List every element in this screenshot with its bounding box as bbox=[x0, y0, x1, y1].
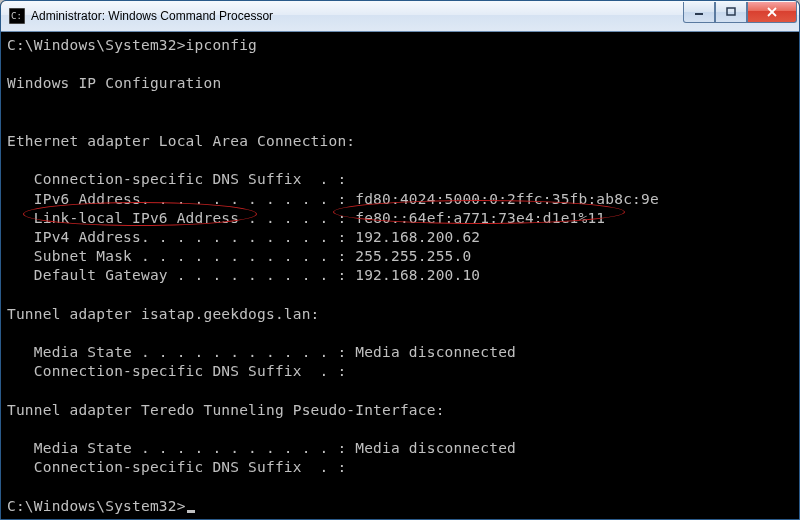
prompt-line: C:\Windows\System32>ipconfig bbox=[7, 37, 257, 53]
link-local-ipv6-label: Link-local IPv6 Address . . . . . : bbox=[7, 210, 355, 226]
link-local-ipv6-value: fe80::64ef:a771:73e4:d1e1%11 bbox=[355, 210, 605, 226]
maximize-icon bbox=[726, 7, 736, 17]
cmd-icon: C: bbox=[9, 8, 25, 24]
prompt-line: C:\Windows\System32> bbox=[7, 498, 186, 514]
cursor bbox=[187, 510, 195, 513]
dns-suffix-line: Connection-specific DNS Suffix . : bbox=[7, 459, 346, 475]
ipv6-address-line: IPv6 Address. . . . . . . . . . . : fd80… bbox=[7, 191, 659, 207]
teredo-adapter-header: Tunnel adapter Teredo Tunneling Pseudo-I… bbox=[7, 402, 445, 418]
close-icon bbox=[766, 7, 778, 17]
default-gateway-line: Default Gateway . . . . . . . . . : 192.… bbox=[7, 267, 480, 283]
dns-suffix-line: Connection-specific DNS Suffix . : bbox=[7, 363, 346, 379]
window-controls bbox=[683, 2, 797, 22]
media-state-line: Media State . . . . . . . . . . . : Medi… bbox=[7, 344, 516, 360]
titlebar[interactable]: C: Administrator: Windows Command Proces… bbox=[1, 1, 799, 32]
svg-text:C:: C: bbox=[11, 11, 22, 21]
media-state-line: Media State . . . . . . . . . . . : Medi… bbox=[7, 440, 516, 456]
dns-suffix-line: Connection-specific DNS Suffix . : bbox=[7, 171, 346, 187]
minimize-icon bbox=[694, 7, 704, 17]
window-title: Administrator: Windows Command Processor bbox=[31, 9, 683, 23]
subnet-mask-line: Subnet Mask . . . . . . . . . . . : 255.… bbox=[7, 248, 471, 264]
ipconfig-header: Windows IP Configuration bbox=[7, 75, 221, 91]
close-button[interactable] bbox=[747, 2, 797, 23]
ipv4-address-line: IPv4 Address. . . . . . . . . . . : 192.… bbox=[7, 229, 480, 245]
maximize-button[interactable] bbox=[715, 2, 747, 23]
terminal-output[interactable]: C:\Windows\System32>ipconfig Windows IP … bbox=[1, 32, 799, 520]
minimize-button[interactable] bbox=[683, 2, 715, 23]
svg-rect-3 bbox=[695, 13, 703, 15]
isatap-adapter-header: Tunnel adapter isatap.geekdogs.lan: bbox=[7, 306, 320, 322]
command-prompt-window: C: Administrator: Windows Command Proces… bbox=[0, 0, 800, 520]
svg-rect-4 bbox=[727, 8, 735, 15]
ethernet-adapter-header: Ethernet adapter Local Area Connection: bbox=[7, 133, 355, 149]
